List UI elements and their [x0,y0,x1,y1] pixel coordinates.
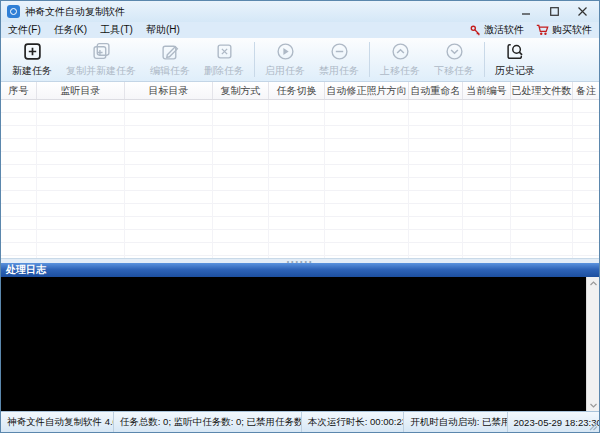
log-scrollbar[interactable] [586,277,599,411]
col-header-photo-orient[interactable]: 自动修正照片方向 [325,82,409,99]
col-header-remark[interactable]: 备注 [573,82,599,99]
disable-task-icon [330,41,349,63]
status-run-duration: 本次运行时长: 00:00:23 [302,412,404,432]
move-down-button: 下移任务 [427,38,481,81]
history-button[interactable]: 历史记录 [488,38,542,81]
maximize-button[interactable] [543,4,565,19]
history-label: 历史记录 [495,64,535,78]
scroll-down-icon[interactable] [587,399,600,411]
move-down-icon [445,41,464,63]
cart-icon [536,24,549,36]
new-task-button[interactable]: 新建任务 [5,38,59,81]
app-icon [7,5,20,18]
status-task-counts: 任务总数: 0; 监听中任务数: 0; 已禁用任务数: 0 [114,412,302,432]
new-task-icon [23,41,42,63]
table-grid-line [463,100,511,258]
edit-task-icon [161,41,180,63]
app-window: 神奇文件自动复制软件 文件(F) 任务(K) 工具(T) 帮助(H) [0,0,600,433]
col-header-files-count[interactable]: 已处理文件数 [511,82,573,99]
copy-new-task-icon [92,41,111,63]
status-bar: 神奇文件自动复制软件 4.0 任务总数: 0; 监听中任务数: 0; 已禁用任务… [1,411,599,432]
delete-task-button: 删除任务 [197,38,251,81]
title-bar: 神奇文件自动复制软件 [1,1,599,22]
col-header-current-no[interactable]: 当前编号 [463,82,511,99]
copy-new-task-label: 复制并新建任务 [66,64,136,78]
buy-software-link[interactable]: 购买软件 [536,23,592,37]
col-header-task-toggle[interactable]: 任务切换 [269,82,325,99]
close-button[interactable] [571,4,593,19]
col-header-target-dir[interactable]: 目标目录 [125,82,213,99]
status-app-version: 神奇文件自动复制软件 4.0 [1,412,114,432]
menu-task[interactable]: 任务(K) [54,23,87,37]
toolbar: 新建任务 复制并新建任务 编辑任务 删除任务 启用任务 [1,38,599,82]
col-header-index[interactable]: 序号 [1,82,37,99]
enable-task-button: 启用任务 [258,38,312,81]
minimize-button[interactable] [515,4,537,19]
table-grid-line [325,100,409,258]
move-up-icon [391,41,410,63]
activate-software-link[interactable]: 激活软件 [470,23,524,37]
delete-task-label: 删除任务 [204,64,244,78]
table-grid-line [409,100,463,258]
move-down-label: 下移任务 [434,64,474,78]
buy-software-label: 购买软件 [552,23,592,37]
delete-task-icon [215,41,234,63]
task-table-header: 序号 监听目录 目标目录 复制方式 任务切换 自动修正照片方向 自动重命名 当前… [1,82,599,100]
menu-help[interactable]: 帮助(H) [146,23,180,37]
move-up-button: 上移任务 [373,38,427,81]
table-grid-line [213,100,269,258]
copy-new-task-button: 复制并新建任务 [59,38,143,81]
key-icon [470,25,481,36]
status-autostart: 开机时自动启动: 已禁用 [404,412,507,432]
edit-task-label: 编辑任务 [150,64,190,78]
scroll-up-icon[interactable] [587,277,600,289]
col-header-watch-dir[interactable]: 监听目录 [37,82,125,99]
activate-software-label: 激活软件 [484,23,524,37]
menu-bar: 文件(F) 任务(K) 工具(T) 帮助(H) 激活软件 购买软件 [1,22,599,38]
table-grid-line [1,100,37,258]
status-datetime: 2023-05-29 18:23:30 [508,412,599,432]
log-panel-header: 处理日志 [1,263,599,277]
toolbar-separator [484,42,485,77]
table-grid-line [125,100,213,258]
enable-task-icon [276,41,295,63]
new-task-label: 新建任务 [12,64,52,78]
move-up-label: 上移任务 [380,64,420,78]
menu-file[interactable]: 文件(F) [8,23,41,37]
log-output-area[interactable] [1,277,599,411]
col-header-auto-rename[interactable]: 自动重命名 [409,82,463,99]
log-panel-title: 处理日志 [6,263,46,277]
toolbar-separator [369,42,370,77]
table-grid-line [573,100,599,258]
table-grid-line [37,100,125,258]
disable-task-label: 禁用任务 [319,64,359,78]
task-table-body[interactable] [1,100,599,258]
menu-tools[interactable]: 工具(T) [100,23,133,37]
resize-grip-icon[interactable] [588,421,598,431]
table-grid-line [511,100,573,258]
col-header-copy-mode[interactable]: 复制方式 [213,82,269,99]
history-icon [506,41,525,63]
disable-task-button: 禁用任务 [312,38,366,81]
window-title: 神奇文件自动复制软件 [25,5,125,19]
edit-task-button: 编辑任务 [143,38,197,81]
table-grid-line [269,100,325,258]
enable-task-label: 启用任务 [265,64,305,78]
toolbar-separator [254,42,255,77]
